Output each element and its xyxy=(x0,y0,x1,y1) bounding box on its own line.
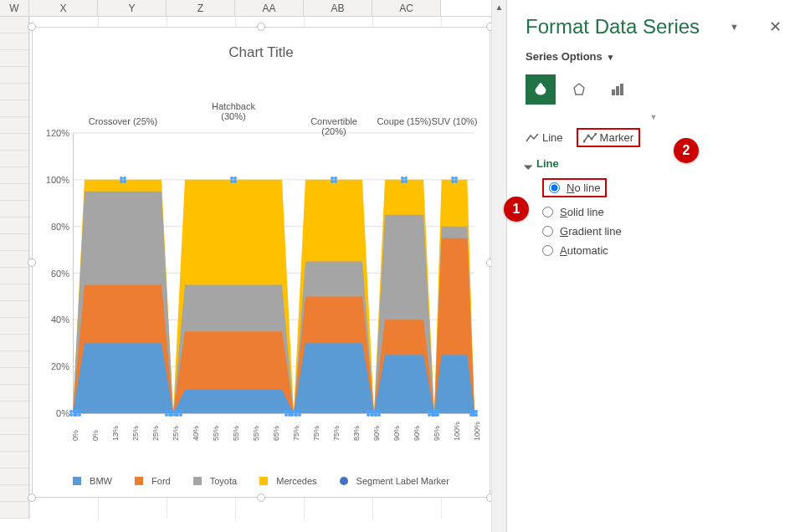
y-axis-label: 40% xyxy=(39,315,69,325)
svg-point-51 xyxy=(331,180,334,183)
radio-input-no-line[interactable] xyxy=(549,182,560,193)
x-axis-label: 55% xyxy=(232,426,240,441)
col-header-w[interactable]: W xyxy=(0,0,29,16)
col-header-z[interactable]: Z xyxy=(167,0,235,16)
legend-item-toyota[interactable]: Toyota xyxy=(188,476,242,486)
x-axis-label: 75% xyxy=(332,426,341,441)
pane-title: Format Data Series xyxy=(526,15,700,38)
tab-line[interactable]: Line xyxy=(526,131,563,144)
col-header-y[interactable]: Y xyxy=(98,0,167,16)
x-axis-label: 55% xyxy=(252,426,260,441)
fill-line-icon[interactable] xyxy=(526,74,556,105)
series-options-icon[interactable] xyxy=(603,74,633,105)
x-axis-label: 55% xyxy=(212,426,220,441)
chart-object[interactable]: Chart Title 0%20%40%60%80%100%120% Cross… xyxy=(32,27,490,498)
data-point-marker[interactable] xyxy=(401,176,408,183)
data-point-marker[interactable] xyxy=(230,176,237,183)
svg-point-90 xyxy=(474,410,478,413)
svg-point-68 xyxy=(404,180,408,183)
section-line[interactable]: Line xyxy=(526,157,782,170)
series-options-button[interactable]: Series Options ▼ xyxy=(526,50,782,63)
svg-rect-94 xyxy=(612,90,615,95)
data-point-marker[interactable] xyxy=(451,176,458,183)
chevron-down-icon: ▼ xyxy=(604,53,615,62)
x-axis-label: 0% xyxy=(91,430,100,441)
area-bmw[interactable] xyxy=(294,343,374,413)
vertical-scrollbar[interactable]: ▲ xyxy=(491,0,506,532)
svg-point-33 xyxy=(230,176,233,180)
close-icon[interactable]: ✕ xyxy=(769,18,782,36)
legend-item-marker[interactable]: Segment Label Marker xyxy=(335,476,454,486)
svg-point-36 xyxy=(233,180,237,183)
x-axis-label: 40% xyxy=(192,426,200,441)
legend-item-mercedes[interactable]: Mercedes xyxy=(254,476,321,486)
x-axis-label: 25% xyxy=(131,426,140,441)
scroll-up-icon[interactable]: ▲ xyxy=(492,0,506,15)
area-bmw[interactable] xyxy=(173,390,294,413)
format-pane: Format Data Series ▼ ✕ Series Options ▼ … xyxy=(506,0,800,532)
x-axis-label: 0% xyxy=(71,430,79,441)
x-axis-label: 25% xyxy=(172,426,180,441)
x-axis-label: 90% xyxy=(413,426,421,441)
resize-handle-tm[interactable] xyxy=(257,23,265,31)
data-point-marker[interactable] xyxy=(120,176,126,183)
col-header-x[interactable]: X xyxy=(29,0,98,16)
chart-title[interactable]: Chart Title xyxy=(33,28,490,69)
radio-no-line[interactable]: No line xyxy=(542,178,607,197)
legend-item-ford[interactable]: Ford xyxy=(130,476,176,486)
pane-dropdown-icon[interactable]: ▼ xyxy=(730,22,739,32)
x-axis-label: 90% xyxy=(392,426,401,441)
effects-icon[interactable] xyxy=(564,74,594,105)
svg-point-82 xyxy=(454,176,458,180)
data-point-marker[interactable] xyxy=(331,176,337,183)
resize-handle-tl[interactable] xyxy=(28,23,36,31)
segment-label: Crossover (25%) xyxy=(89,116,158,126)
svg-point-35 xyxy=(230,180,233,183)
legend[interactable]: BMW Ford Toyota Mercedes Segment Label M… xyxy=(33,476,490,487)
callout-2: 2 xyxy=(674,138,699,163)
svg-point-34 xyxy=(233,176,237,180)
radio-automatic[interactable]: Automatic xyxy=(542,241,782,260)
tab-marker[interactable]: Marker xyxy=(577,128,640,147)
svg-point-49 xyxy=(331,176,334,180)
segment-label: Convertible(20%) xyxy=(310,116,357,136)
x-axis-label: 83% xyxy=(352,426,361,441)
x-axis-label: 100% xyxy=(453,422,461,441)
col-header-aa[interactable]: AA xyxy=(235,0,304,16)
x-axis-label: 100% xyxy=(473,422,481,441)
x-axis-label: 25% xyxy=(151,426,160,441)
plot-area[interactable]: 0%20%40%60%80%100%120% Crossover (25%)Ha… xyxy=(73,101,474,438)
svg-point-17 xyxy=(120,176,123,180)
x-axis-label: 75% xyxy=(292,426,300,441)
y-axis-label: 0% xyxy=(39,408,69,418)
svg-point-50 xyxy=(334,176,337,180)
legend-item-bmw[interactable]: BMW xyxy=(68,476,117,486)
radio-input-gradient[interactable] xyxy=(542,226,553,237)
active-tab-chevron-icon: ▼ xyxy=(526,113,782,121)
svg-point-65 xyxy=(401,176,404,180)
resize-handle-bm[interactable] xyxy=(257,494,265,502)
y-axis-label: 100% xyxy=(39,175,69,185)
y-axis-label: 60% xyxy=(39,269,69,279)
y-axis-label: 20% xyxy=(39,361,69,371)
y-axis-label: 120% xyxy=(39,128,69,138)
radio-solid-line[interactable]: Solid line xyxy=(542,202,782,222)
row-headers xyxy=(0,17,29,519)
chart-svg xyxy=(73,101,474,438)
x-axis-label: 90% xyxy=(372,426,381,441)
area-bmw[interactable] xyxy=(73,343,173,413)
col-header-ab[interactable]: AB xyxy=(304,0,372,16)
svg-point-84 xyxy=(454,180,458,183)
radio-gradient-line[interactable]: Gradient line xyxy=(542,222,782,241)
marker-icon xyxy=(583,133,597,143)
col-header-ac[interactable]: AC xyxy=(372,0,441,16)
svg-point-98 xyxy=(587,134,589,136)
svg-rect-96 xyxy=(620,84,623,95)
radio-input-solid[interactable] xyxy=(542,207,553,217)
x-axis-label: 95% xyxy=(433,426,441,441)
svg-point-52 xyxy=(334,180,337,183)
segment-label: Coupe (15%) xyxy=(377,116,432,126)
resize-handle-ml[interactable] xyxy=(28,258,36,267)
radio-input-auto[interactable] xyxy=(542,245,553,256)
resize-handle-bl[interactable] xyxy=(28,494,36,502)
